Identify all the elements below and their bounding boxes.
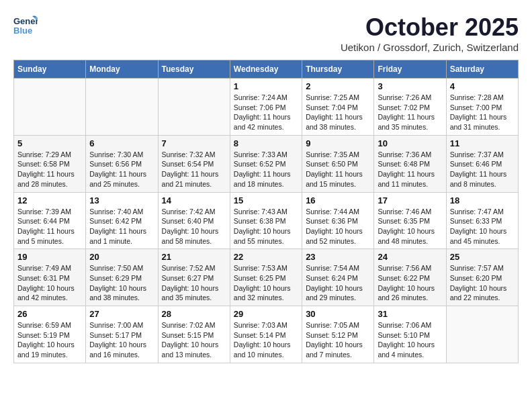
location-title: Uetikon / Grossdorf, Zurich, Switzerland xyxy=(341,42,519,53)
day-number: 2 xyxy=(306,81,370,91)
calendar-cell: 16Sunrise: 7:44 AM Sunset: 6:36 PM Dayli… xyxy=(302,192,374,249)
day-info: Sunrise: 7:25 AM Sunset: 7:04 PM Dayligh… xyxy=(306,93,370,132)
weekday-header-monday: Monday xyxy=(86,60,158,79)
svg-text:Blue: Blue xyxy=(13,26,32,36)
day-info: Sunrise: 7:44 AM Sunset: 6:36 PM Dayligh… xyxy=(306,207,370,246)
calendar-cell: 5Sunrise: 7:29 AM Sunset: 6:58 PM Daylig… xyxy=(14,135,86,192)
calendar-week-5: 26Sunrise: 6:59 AM Sunset: 5:19 PM Dayli… xyxy=(14,306,519,363)
calendar-cell: 22Sunrise: 7:53 AM Sunset: 6:25 PM Dayli… xyxy=(230,249,302,306)
day-number: 22 xyxy=(234,252,298,262)
day-info: Sunrise: 7:35 AM Sunset: 6:50 PM Dayligh… xyxy=(306,150,370,189)
calendar-cell: 2Sunrise: 7:25 AM Sunset: 7:04 PM Daylig… xyxy=(302,79,374,136)
calendar-cell: 18Sunrise: 7:47 AM Sunset: 6:33 PM Dayli… xyxy=(446,192,518,249)
day-number: 19 xyxy=(17,252,82,262)
month-title: October 2025 xyxy=(341,13,519,42)
weekday-header-friday: Friday xyxy=(374,60,446,79)
day-info: Sunrise: 7:26 AM Sunset: 7:02 PM Dayligh… xyxy=(378,93,442,132)
weekday-header-sunday: Sunday xyxy=(14,60,86,79)
calendar-cell: 13Sunrise: 7:40 AM Sunset: 6:42 PM Dayli… xyxy=(86,192,158,249)
day-number: 5 xyxy=(17,138,82,148)
calendar-cell: 24Sunrise: 7:56 AM Sunset: 6:22 PM Dayli… xyxy=(374,249,446,306)
day-info: Sunrise: 7:06 AM Sunset: 5:10 PM Dayligh… xyxy=(378,320,442,360)
day-number: 6 xyxy=(89,138,154,148)
calendar-cell: 17Sunrise: 7:46 AM Sunset: 6:35 PM Dayli… xyxy=(374,192,446,249)
day-info: Sunrise: 7:47 AM Sunset: 6:33 PM Dayligh… xyxy=(450,207,515,246)
title-block: October 2025 Uetikon / Grossdorf, Zurich… xyxy=(341,13,519,53)
day-number: 25 xyxy=(450,252,515,262)
day-number: 15 xyxy=(234,195,298,205)
day-info: Sunrise: 7:42 AM Sunset: 6:40 PM Dayligh… xyxy=(162,207,226,246)
day-info: Sunrise: 7:24 AM Sunset: 7:06 PM Dayligh… xyxy=(234,93,298,132)
day-number: 28 xyxy=(162,309,226,319)
weekday-header-saturday: Saturday xyxy=(446,60,518,79)
calendar-cell: 11Sunrise: 7:37 AM Sunset: 6:46 PM Dayli… xyxy=(446,135,518,192)
calendar-cell: 14Sunrise: 7:42 AM Sunset: 6:40 PM Dayli… xyxy=(158,192,230,249)
day-info: Sunrise: 7:46 AM Sunset: 6:35 PM Dayligh… xyxy=(378,207,442,246)
logo-icon: General Blue xyxy=(13,13,38,38)
calendar-cell: 28Sunrise: 7:02 AM Sunset: 5:15 PM Dayli… xyxy=(158,306,230,363)
day-number: 16 xyxy=(306,195,370,205)
day-info: Sunrise: 7:56 AM Sunset: 6:22 PM Dayligh… xyxy=(378,263,442,303)
calendar-cell: 27Sunrise: 7:00 AM Sunset: 5:17 PM Dayli… xyxy=(86,306,158,363)
day-number: 18 xyxy=(450,195,515,205)
calendar-week-3: 12Sunrise: 7:39 AM Sunset: 6:44 PM Dayli… xyxy=(14,192,519,249)
day-number: 31 xyxy=(378,309,442,319)
day-info: Sunrise: 7:39 AM Sunset: 6:44 PM Dayligh… xyxy=(17,207,82,246)
day-number: 9 xyxy=(306,138,370,148)
calendar-cell xyxy=(446,306,518,363)
day-info: Sunrise: 7:53 AM Sunset: 6:25 PM Dayligh… xyxy=(234,263,298,303)
day-number: 29 xyxy=(234,309,298,319)
calendar-week-4: 19Sunrise: 7:49 AM Sunset: 6:31 PM Dayli… xyxy=(14,249,519,306)
day-info: Sunrise: 7:28 AM Sunset: 7:00 PM Dayligh… xyxy=(450,93,515,132)
weekday-header-tuesday: Tuesday xyxy=(158,60,230,79)
calendar-cell: 9Sunrise: 7:35 AM Sunset: 6:50 PM Daylig… xyxy=(302,135,374,192)
day-info: Sunrise: 7:02 AM Sunset: 5:15 PM Dayligh… xyxy=(162,320,226,360)
calendar-cell xyxy=(158,79,230,136)
calendar-cell: 29Sunrise: 7:03 AM Sunset: 5:14 PM Dayli… xyxy=(230,306,302,363)
calendar-table: SundayMondayTuesdayWednesdayThursdayFrid… xyxy=(13,60,519,363)
calendar-cell xyxy=(86,79,158,136)
calendar-cell: 12Sunrise: 7:39 AM Sunset: 6:44 PM Dayli… xyxy=(14,192,86,249)
day-number: 21 xyxy=(162,252,226,262)
day-number: 8 xyxy=(234,138,298,148)
calendar-cell: 6Sunrise: 7:30 AM Sunset: 6:56 PM Daylig… xyxy=(86,135,158,192)
calendar-cell: 4Sunrise: 7:28 AM Sunset: 7:00 PM Daylig… xyxy=(446,79,518,136)
day-info: Sunrise: 7:00 AM Sunset: 5:17 PM Dayligh… xyxy=(89,320,154,360)
day-number: 23 xyxy=(306,252,370,262)
day-info: Sunrise: 7:43 AM Sunset: 6:38 PM Dayligh… xyxy=(234,207,298,246)
day-number: 10 xyxy=(378,138,442,148)
day-info: Sunrise: 7:36 AM Sunset: 6:48 PM Dayligh… xyxy=(378,150,442,189)
calendar-cell: 10Sunrise: 7:36 AM Sunset: 6:48 PM Dayli… xyxy=(374,135,446,192)
day-info: Sunrise: 7:05 AM Sunset: 5:12 PM Dayligh… xyxy=(306,320,370,360)
calendar-week-1: 1Sunrise: 7:24 AM Sunset: 7:06 PM Daylig… xyxy=(14,79,519,136)
day-number: 20 xyxy=(89,252,154,262)
calendar-cell: 26Sunrise: 6:59 AM Sunset: 5:19 PM Dayli… xyxy=(14,306,86,363)
calendar-cell: 21Sunrise: 7:52 AM Sunset: 6:27 PM Dayli… xyxy=(158,249,230,306)
day-number: 14 xyxy=(162,195,226,205)
day-info: Sunrise: 7:32 AM Sunset: 6:54 PM Dayligh… xyxy=(162,150,226,189)
calendar-cell: 7Sunrise: 7:32 AM Sunset: 6:54 PM Daylig… xyxy=(158,135,230,192)
day-number: 4 xyxy=(450,81,515,91)
day-info: Sunrise: 6:59 AM Sunset: 5:19 PM Dayligh… xyxy=(17,320,82,360)
day-info: Sunrise: 7:49 AM Sunset: 6:31 PM Dayligh… xyxy=(17,263,82,303)
calendar-cell: 15Sunrise: 7:43 AM Sunset: 6:38 PM Dayli… xyxy=(230,192,302,249)
calendar-cell: 30Sunrise: 7:05 AM Sunset: 5:12 PM Dayli… xyxy=(302,306,374,363)
calendar-week-2: 5Sunrise: 7:29 AM Sunset: 6:58 PM Daylig… xyxy=(14,135,519,192)
day-info: Sunrise: 7:40 AM Sunset: 6:42 PM Dayligh… xyxy=(89,207,154,246)
calendar-cell: 1Sunrise: 7:24 AM Sunset: 7:06 PM Daylig… xyxy=(230,79,302,136)
day-number: 7 xyxy=(162,138,226,148)
day-number: 30 xyxy=(306,309,370,319)
day-info: Sunrise: 7:33 AM Sunset: 6:52 PM Dayligh… xyxy=(234,150,298,189)
day-info: Sunrise: 7:30 AM Sunset: 6:56 PM Dayligh… xyxy=(89,150,154,189)
calendar-cell: 8Sunrise: 7:33 AM Sunset: 6:52 PM Daylig… xyxy=(230,135,302,192)
weekday-header-thursday: Thursday xyxy=(302,60,374,79)
day-info: Sunrise: 7:03 AM Sunset: 5:14 PM Dayligh… xyxy=(234,320,298,360)
calendar-cell xyxy=(14,79,86,136)
calendar-cell: 25Sunrise: 7:57 AM Sunset: 6:20 PM Dayli… xyxy=(446,249,518,306)
day-info: Sunrise: 7:29 AM Sunset: 6:58 PM Dayligh… xyxy=(17,150,82,189)
day-info: Sunrise: 7:37 AM Sunset: 6:46 PM Dayligh… xyxy=(450,150,515,189)
calendar-cell: 3Sunrise: 7:26 AM Sunset: 7:02 PM Daylig… xyxy=(374,79,446,136)
weekday-row: SundayMondayTuesdayWednesdayThursdayFrid… xyxy=(14,60,519,79)
calendar-cell: 23Sunrise: 7:54 AM Sunset: 6:24 PM Dayli… xyxy=(302,249,374,306)
calendar-body: 1Sunrise: 7:24 AM Sunset: 7:06 PM Daylig… xyxy=(14,79,519,363)
